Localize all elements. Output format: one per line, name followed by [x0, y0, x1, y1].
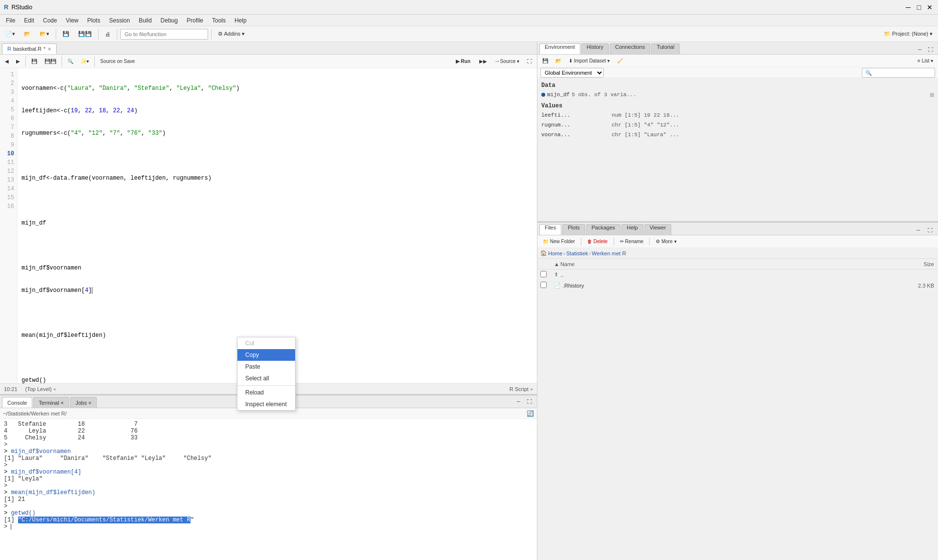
addins-button[interactable]: ⚙ Addins ▾ [214, 28, 248, 41]
mijn-df-row[interactable]: mijn_df 5 obs. of 3 varia... ⊞ [541, 90, 934, 100]
files-check-parent[interactable] [537, 271, 552, 279]
files-row-rhistory[interactable]: 📄 .Rhistory 2.3 KB [537, 280, 938, 291]
ctx-copy[interactable]: Copy [237, 349, 295, 361]
menu-edit[interactable]: Edit [20, 16, 38, 25]
menu-code[interactable]: Code [39, 16, 61, 25]
console-tab-terminal[interactable]: Terminal × [33, 397, 69, 408]
env-item-rugnummers: rugnum... chr [1:5] "4" "12"... [541, 120, 934, 130]
environment-search-input[interactable] [862, 68, 935, 78]
menu-tools[interactable]: Tools [208, 16, 230, 25]
editor-search-button[interactable]: 🔍 [64, 56, 76, 67]
app-title: RStudio [11, 4, 32, 11]
files-content: ▲ Name Size ⬆ .. 📄 [537, 259, 938, 560]
console-content[interactable]: 3 Stefanie 18 7 4 Leyla 22 76 5 Chelsy 2… [0, 419, 537, 560]
more-button[interactable]: ⚙ More ▾ [652, 237, 680, 247]
global-environment-select[interactable]: Global Environment ▾ [540, 68, 604, 78]
env-tab-tutorial[interactable]: Tutorial [651, 43, 680, 54]
close-button[interactable]: ✕ [925, 3, 934, 12]
console-maximize-button[interactable]: ⛶ [524, 396, 535, 407]
run-all-button[interactable]: ▶▶ [476, 56, 490, 67]
env-clear-button[interactable]: 🧹 [614, 56, 626, 66]
breadcrumb-statistiek[interactable]: Statistiek [566, 250, 588, 256]
new-file-button[interactable]: 📄▾ [2, 28, 19, 41]
editor-tab-basketbal[interactable]: R basketbal.R * ✕ [2, 43, 57, 54]
open-file-button[interactable]: 📂 [21, 28, 34, 41]
menu-build[interactable]: Build [135, 16, 156, 25]
tab-close-button[interactable]: ✕ [47, 46, 51, 52]
toolbar-sep-2 [98, 29, 99, 40]
rhistory-file-icon: 📄 [554, 282, 561, 289]
menu-file[interactable]: File [2, 16, 19, 25]
files-tab-packages[interactable]: Packages [586, 224, 620, 235]
breadcrumb-werken-met-r[interactable]: Werken met R [592, 250, 626, 256]
menu-plots[interactable]: Plots [84, 16, 105, 25]
menu-debug[interactable]: Debug [157, 16, 182, 25]
files-toolbar: 📁 New Folder 🗑 Delete ✏ Rename ⚙ More ▾ [537, 235, 938, 248]
ctx-inspect-element[interactable]: Inspect element [237, 398, 295, 410]
menu-view[interactable]: View [62, 16, 83, 25]
breadcrumb-home[interactable]: Home [548, 250, 562, 256]
run-button[interactable]: ▶ Run [451, 56, 475, 67]
mijn-df-value: 5 obs. of 3 varia... [572, 92, 636, 98]
maximize-button[interactable]: □ [915, 3, 923, 12]
new-folder-button[interactable]: 📁 New Folder [539, 237, 578, 247]
save-button[interactable]: 💾 [59, 28, 73, 41]
minimize-button[interactable]: ─ [904, 3, 913, 12]
editor-save-all-button[interactable]: 💾💾 [42, 56, 59, 67]
files-name-col-header[interactable]: ▲ Name [552, 261, 899, 267]
files-minimize-button[interactable]: ─ [913, 225, 923, 235]
editor-magic-button[interactable]: ✨▾ [78, 56, 92, 67]
files-row-parent[interactable]: ⬆ .. [537, 270, 938, 280]
rename-button[interactable]: ✏ Rename [617, 237, 647, 247]
env-import-button[interactable]: ⬇ Import Dataset ▾ [566, 56, 613, 66]
menu-profile[interactable]: Profile [183, 16, 207, 25]
mijn-df-view-button[interactable]: ⊞ [930, 92, 934, 98]
goto-file-input[interactable] [120, 29, 208, 40]
ctx-reload[interactable]: Reload [237, 387, 295, 398]
ctx-paste[interactable]: Paste [237, 361, 295, 373]
files-tab-viewer[interactable]: Viewer [644, 224, 671, 235]
parent-checkbox[interactable] [540, 271, 547, 277]
line-numbers: 1 2 3 4 5 6 7 8 9 10 11 12 13 14 15 16 [0, 68, 18, 383]
window-controls[interactable]: ─ □ ✕ [904, 3, 934, 12]
nav-back-button[interactable]: ◀ [2, 56, 12, 67]
ctx-cut[interactable]: Cut [237, 337, 295, 349]
console-line-cmd2: > mijn_df$voornamen[4] [4, 469, 533, 476]
rhistory-checkbox[interactable] [540, 282, 547, 288]
ctx-select-all[interactable]: Select all [237, 373, 295, 384]
env-list-button[interactable]: ≡ List ▾ [915, 56, 936, 66]
files-size-col-header: Size [899, 261, 938, 267]
project-button[interactable]: 📁 Project: (None) ▾ [880, 28, 936, 41]
env-load-button[interactable]: 📂 [553, 56, 564, 66]
files-tab-files[interactable]: Files [539, 224, 561, 235]
tab-label: basketbal.R [13, 46, 42, 52]
files-tab-help[interactable]: Help [621, 224, 643, 235]
console-minimize-button[interactable]: ─ [514, 396, 523, 407]
code-line-1: voornamen <- c("Laura", "Danira", "Stefa… [21, 84, 533, 93]
console-tab-console[interactable]: Console [2, 397, 32, 408]
delete-button[interactable]: 🗑 Delete [584, 237, 611, 247]
files-tab-plots[interactable]: Plots [562, 224, 585, 235]
env-save-button[interactable]: 💾 [539, 56, 551, 66]
source-on-save-button[interactable]: Source on Save [97, 56, 138, 67]
env-minimize-button[interactable]: ─ [915, 44, 924, 54]
console-tab-jobs[interactable]: Jobs × [70, 397, 97, 408]
menu-session[interactable]: Session [105, 16, 134, 25]
env-maximize-button[interactable]: ⛶ [925, 44, 936, 54]
env-tab-environment[interactable]: Environment [539, 43, 580, 54]
code-editor[interactable]: 1 2 3 4 5 6 7 8 9 10 11 12 13 14 15 16 v… [0, 68, 537, 383]
env-tab-connections[interactable]: Connections [610, 43, 650, 54]
nav-forward-button[interactable]: ▶ [13, 56, 23, 67]
editor-save-button[interactable]: 💾 [28, 56, 40, 67]
code-content[interactable]: voornamen <- c("Laura", "Danira", "Stefa… [18, 68, 537, 383]
env-tab-history[interactable]: History [581, 43, 609, 54]
mijn-df-icon [541, 93, 545, 97]
files-check-rhistory[interactable] [537, 282, 552, 290]
open-recent-button[interactable]: 📂▾ [36, 28, 53, 41]
print-button[interactable]: 🖨 [102, 28, 114, 41]
files-maximize-button[interactable]: ⛶ [924, 225, 936, 235]
menu-help[interactable]: Help [231, 16, 251, 25]
save-all-button[interactable]: 💾💾 [75, 28, 95, 41]
expand-button[interactable]: ⛶ [524, 56, 535, 67]
source-button[interactable]: ⤑ Source ▾ [491, 56, 523, 67]
